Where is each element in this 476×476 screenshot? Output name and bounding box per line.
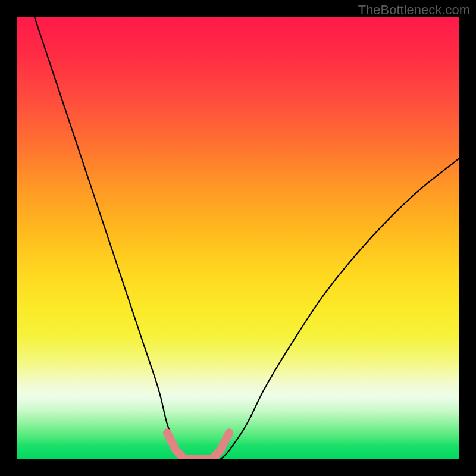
plot-area <box>17 17 459 459</box>
highlight-band <box>167 433 229 459</box>
watermark-text: TheBottleneck.com <box>358 2 470 18</box>
chart-svg <box>17 17 459 459</box>
curve-right <box>220 158 459 459</box>
curve-left <box>35 17 185 459</box>
